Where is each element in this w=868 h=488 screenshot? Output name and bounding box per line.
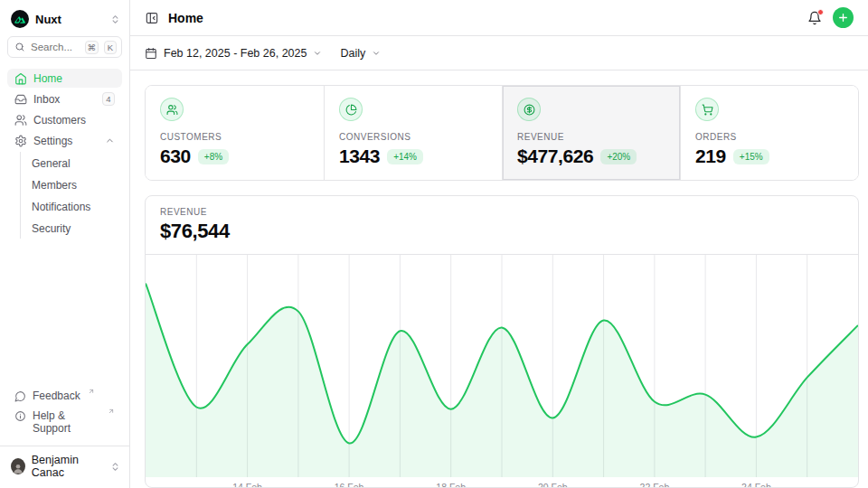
home-icon — [14, 72, 27, 85]
sidebar-item-label: Inbox — [33, 93, 60, 106]
feedback-link[interactable]: Feedback — [7, 387, 122, 405]
workspace-name: Nuxt — [35, 13, 61, 26]
stat-trend-badge: +20% — [600, 149, 637, 164]
workspace-switcher[interactable]: Nuxt — [7, 7, 122, 36]
nuxt-logo-icon — [11, 10, 29, 28]
sidebar-item-label: Settings — [33, 135, 72, 147]
sidebar-item-settings[interactable]: Settings — [7, 131, 122, 150]
stat-card-customers[interactable]: CUSTOMERS 630 +8% — [146, 86, 324, 180]
chevron-down-icon — [313, 49, 322, 58]
inbox-count-badge: 4 — [102, 92, 115, 106]
page-header: Home — [130, 0, 868, 36]
revenue-area-chart[interactable] — [146, 255, 858, 477]
chevron-down-icon — [372, 49, 381, 58]
revenue-chart-svg — [146, 255, 858, 477]
x-axis-label: 22 Feb — [640, 482, 670, 488]
help-support-link[interactable]: Help & Support — [7, 407, 122, 437]
sidebar-item-label: Customers — [33, 114, 86, 127]
kbd-meta: ⌘ — [85, 41, 99, 54]
external-link-icon — [88, 388, 95, 395]
sidebar-item-notifications[interactable]: Notifications — [21, 197, 122, 217]
x-axis-label: 18 Feb — [436, 482, 466, 488]
sidebar-footer: Feedback Help & Support Benjamin Canac — [7, 387, 122, 481]
calendar-icon — [145, 47, 157, 60]
chat-bubble-icon — [14, 390, 26, 402]
user-name: Benjamin Canac — [32, 454, 104, 479]
pie-chart-icon — [339, 98, 363, 121]
external-link-icon — [108, 408, 115, 415]
kbd-k: K — [104, 41, 117, 54]
revenue-chart-card: REVENUE $76,544 14 Feb16 Feb18 Feb20 Feb… — [145, 195, 859, 488]
x-axis-label: 16 Feb — [335, 482, 364, 488]
period-select[interactable]: Daily — [340, 47, 381, 60]
stat-card-orders[interactable]: ORDERS 219 +15% — [680, 86, 858, 180]
stats-row: CUSTOMERS 630 +8% CONVERSIONS 1343 +14% — [145, 85, 859, 181]
stat-trend-badge: +14% — [387, 149, 423, 164]
revenue-chart-header: REVENUE $76,544 — [146, 196, 858, 255]
stat-label: CUSTOMERS — [160, 132, 309, 142]
sidebar-item-general[interactable]: General — [21, 154, 122, 174]
x-axis-label: 24 Feb — [741, 482, 771, 488]
x-axis: 14 Feb16 Feb18 Feb20 Feb22 Feb24 Feb — [146, 477, 858, 488]
sidebar-item-label: Home — [33, 72, 62, 85]
stat-label: ORDERS — [695, 132, 844, 142]
user-menu[interactable]: Benjamin Canac — [0, 446, 129, 481]
sidebar: Nuxt ⌘ K Home Inb — [0, 0, 130, 488]
user-avatar — [11, 458, 25, 474]
sidebar-collapse-icon[interactable] — [145, 11, 159, 25]
customers-stat-icon — [160, 98, 184, 121]
stat-label: REVENUE — [517, 132, 665, 142]
add-button[interactable] — [833, 7, 854, 28]
stat-value: $477,626 — [517, 145, 593, 167]
sidebar-item-inbox[interactable]: Inbox 4 — [7, 89, 122, 108]
plus-icon — [837, 12, 849, 23]
sidebar-nav: Home Inbox 4 Customers Settings — [7, 69, 122, 239]
page-title: Home — [168, 11, 203, 25]
info-circle-icon — [14, 410, 26, 422]
stat-label: CONVERSIONS — [339, 132, 487, 142]
users-icon — [14, 114, 27, 127]
stat-value: 219 — [695, 145, 726, 167]
app-root: Nuxt ⌘ K Home Inb — [0, 0, 868, 488]
stat-value: 630 — [160, 145, 191, 167]
filters-toolbar: Feb 12, 2025 - Feb 26, 2025 Daily — [130, 36, 868, 70]
notification-dot — [817, 9, 824, 15]
stat-value: 1343 — [339, 145, 380, 167]
dollar-circle-icon — [517, 98, 541, 121]
settings-submenu: General Members Notifications Security — [20, 152, 122, 239]
gear-icon — [14, 135, 27, 147]
sidebar-item-customers[interactable]: Customers — [7, 110, 122, 129]
x-axis-label: 14 Feb — [232, 482, 262, 488]
date-range-picker[interactable]: Feb 12, 2025 - Feb 26, 2025 — [145, 47, 322, 60]
chevron-up-down-icon — [110, 14, 120, 24]
feedback-label: Feedback — [33, 389, 80, 402]
sidebar-item-security[interactable]: Security — [21, 219, 122, 239]
x-axis-label: 20 Feb — [538, 482, 568, 488]
search-input[interactable] — [31, 42, 80, 52]
stat-card-revenue[interactable]: REVENUE $477,626 +20% — [502, 86, 680, 180]
help-support-label: Help & Support — [33, 409, 100, 435]
search-input-wrapper[interactable]: ⌘ K — [7, 36, 122, 58]
stat-card-conversions[interactable]: CONVERSIONS 1343 +14% — [324, 86, 502, 180]
shopping-cart-icon — [695, 98, 719, 121]
stat-trend-badge: +15% — [733, 149, 769, 164]
sidebar-item-home[interactable]: Home — [7, 69, 122, 88]
dashboard-content: CUSTOMERS 630 +8% CONVERSIONS 1343 +14% — [130, 70, 868, 488]
date-range-label: Feb 12, 2025 - Feb 26, 2025 — [164, 47, 307, 60]
period-label: Daily — [340, 47, 365, 60]
search-icon — [14, 42, 25, 52]
stat-trend-badge: +8% — [198, 149, 229, 164]
revenue-chart-value: $76,544 — [160, 220, 844, 243]
chevron-up-down-icon — [110, 462, 120, 472]
sidebar-item-members[interactable]: Members — [21, 175, 122, 195]
notifications-button[interactable] — [807, 11, 822, 25]
chevron-up-icon — [105, 136, 115, 145]
main-area: Home Feb 12, 2025 - Feb 26, 2025 — [130, 0, 868, 488]
inbox-icon — [14, 93, 27, 106]
revenue-chart-label: REVENUE — [160, 207, 844, 217]
